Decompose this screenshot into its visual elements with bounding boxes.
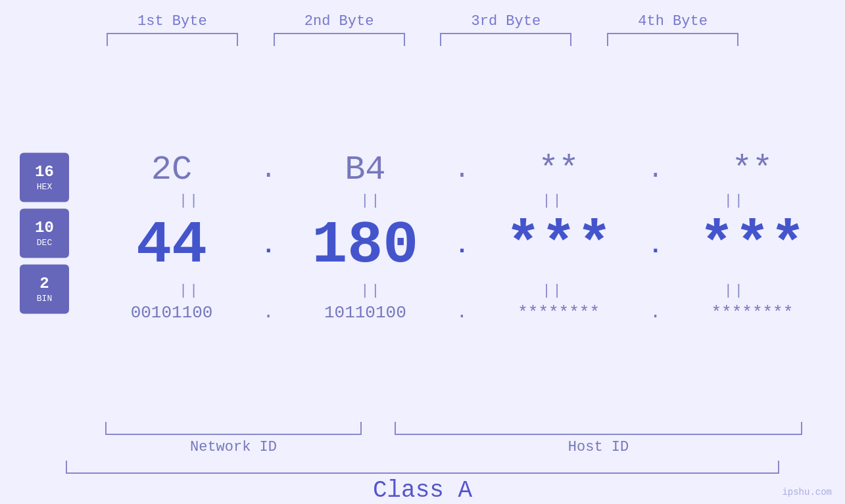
dec-dot-2: . — [452, 233, 471, 260]
bin-byte-3: ******** — [500, 303, 618, 323]
bracket-top-2 — [274, 33, 405, 46]
eq-7: || — [494, 283, 612, 299]
data-grid: 2C . B4 . ** . ** || || || || 44 . 180 . — [79, 144, 845, 323]
hex-num: 16 — [35, 163, 54, 182]
footer: ipshu.com — [782, 487, 832, 497]
bin-dot-3: . — [646, 302, 665, 323]
eq-6: || — [312, 283, 430, 299]
hex-name: HEX — [37, 182, 52, 193]
dec-row: 44 . 180 . *** . *** — [79, 212, 845, 279]
bin-byte-1: 00101100 — [112, 303, 231, 323]
network-id-label: Network ID — [105, 439, 362, 455]
eq-8: || — [675, 283, 794, 299]
header-row: 1st Byte 2nd Byte 3rd Byte 4th Byte — [0, 13, 845, 30]
dec-num: 10 — [35, 219, 54, 238]
dec-byte-3: *** — [500, 212, 618, 279]
dec-byte-1: 44 — [112, 212, 231, 279]
bin-num: 2 — [39, 275, 49, 294]
byte-2-label: 2nd Byte — [274, 13, 405, 30]
bin-byte-2: 10110100 — [306, 303, 424, 323]
bottom-section: Network ID Host ID Class A — [0, 421, 845, 504]
bin-dot-2: . — [452, 302, 471, 323]
dec-byte-4: *** — [693, 212, 811, 279]
eq-2: || — [312, 193, 430, 209]
eq-5: || — [130, 283, 249, 299]
hex-badge: 16 HEX — [20, 153, 69, 202]
host-id-label: Host ID — [395, 439, 802, 455]
bin-badge: 2 BIN — [20, 265, 69, 314]
bin-name: BIN — [37, 294, 52, 304]
hex-byte-1: 2C — [112, 150, 231, 189]
hex-byte-3: ** — [500, 150, 618, 189]
dec-byte-2: 180 — [306, 212, 424, 279]
equals-row-1: || || || || — [79, 193, 845, 209]
eq-1: || — [130, 193, 249, 209]
equals-row-2: || || || || — [79, 283, 845, 299]
bracket-network — [105, 422, 362, 435]
byte-3-label: 3rd Byte — [440, 13, 571, 30]
bracket-host — [395, 422, 802, 435]
dec-name: DEC — [37, 238, 52, 248]
bracket-top-4 — [607, 33, 738, 46]
hex-row: 2C . B4 . ** . ** — [79, 150, 845, 189]
byte-1-label: 1st Byte — [107, 13, 238, 30]
main-container: 1st Byte 2nd Byte 3rd Byte 4th Byte 16 H… — [0, 0, 845, 504]
base-labels: 16 HEX 10 DEC 2 BIN — [20, 153, 69, 314]
dec-dot-1: . — [258, 233, 278, 260]
eq-3: || — [494, 193, 612, 209]
bracket-top-3 — [440, 33, 571, 46]
hex-byte-4: ** — [693, 150, 811, 189]
byte-4-label: 4th Byte — [607, 13, 738, 30]
eq-4: || — [675, 193, 794, 209]
top-brackets — [0, 33, 845, 46]
hex-dot-1: . — [258, 155, 278, 185]
hex-byte-2: B4 — [306, 150, 424, 189]
dec-badge: 10 DEC — [20, 209, 69, 258]
dec-dot-3: . — [646, 233, 665, 260]
bracket-all — [66, 461, 779, 474]
hex-dot-3: . — [646, 155, 665, 185]
hex-dot-2: . — [452, 155, 471, 185]
bin-dot-1: . — [258, 302, 278, 323]
bin-byte-4: ******** — [693, 303, 811, 323]
bracket-top-1 — [107, 33, 238, 46]
class-label: Class A — [373, 477, 472, 504]
bin-row: 00101100 . 10110100 . ******** . *******… — [79, 302, 845, 323]
